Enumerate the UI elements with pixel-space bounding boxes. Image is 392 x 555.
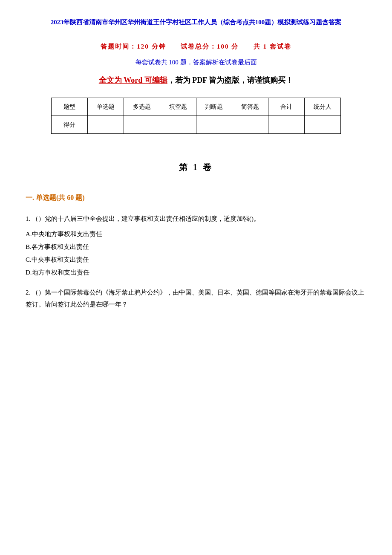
question-2: 2. （）第一个国际禁毒公约《海牙禁止鸦片公约》，由中国、美国、日本、英国、德国… [26,286,366,311]
option-1d: D.地方事权和支出责任 [26,266,366,279]
table-score-row: 得分 [52,116,341,134]
time-label: 答题时间：120 分钟 [101,43,166,50]
score-judge [196,116,232,134]
notice2-part1: 全文为 Word 可编辑 [99,76,167,84]
table-header-row: 题型 单选题 多选题 填空题 判断题 简答题 合计 统分人 [52,98,341,116]
option-1b: B.各方事权和支出责任 [26,240,366,253]
title-section: 2023年陕西省渭南市华州区华州街道王什字村社区工作人员（综合考点共100题）模… [26,17,366,28]
score-table: 题型 单选题 多选题 填空题 判断题 简答题 合计 统分人 得分 [51,98,341,134]
notice1-container: 每套试卷共 100 题，答案解析在试卷最后面 [26,57,366,68]
score-scorer [305,116,341,134]
sets-label: 共 1 套试卷 [254,43,291,50]
col-total: 合计 [268,98,305,116]
notice1-text: 每套试卷共 100 题，答案解析在试卷最后面 [26,57,366,68]
score-single [87,116,124,134]
option-1c: C.中央事权和支出责任 [26,253,366,266]
score-total [268,116,305,134]
col-single: 单选题 [87,98,124,116]
question-1-options: A.中央地方事权和支出责任 B.各方事权和支出责任 C.中央事权和支出责任 D.… [26,228,366,279]
notice2-part2: ，若为 PDF 皆为盗版，请谨慎购买！ [167,76,293,84]
notice2-container: 全文为 Word 可编辑，若为 PDF 皆为盗版，请谨慎购买！ [26,73,366,87]
score-short [232,116,268,134]
col-judge: 判断题 [196,98,232,116]
volume-section: 第 1 卷 [26,159,366,175]
score-label-cell: 得分 [52,116,88,134]
col-short: 简答题 [232,98,268,116]
section1-header: 一. 单选题(共 60 题) [26,192,366,204]
question-1: 1. （）党的十八届三中全会提出，建立事权和支出责任相适应的制度，适度加强()。… [26,213,366,279]
main-title: 2023年陕西省渭南市华州区华州街道王什字村社区工作人员（综合考点共100题）模… [26,17,366,28]
score-table-section: 题型 单选题 多选题 填空题 判断题 简答题 合计 统分人 得分 [51,98,341,134]
option-1a: A.中央地方事权和支出责任 [26,228,366,240]
volume-title: 第 1 卷 [179,162,213,172]
col-multi: 多选题 [124,98,160,116]
col-scorer: 统分人 [305,98,341,116]
score-fill [160,116,196,134]
question-1-text: 1. （）党的十八届三中全会提出，建立事权和支出责任相适应的制度，适度加强()。 [26,213,366,225]
score-multi [124,116,160,134]
col-fill: 填空题 [160,98,196,116]
question-2-text: 2. （）第一个国际禁毒公约《海牙禁止鸦片公约》，由中国、美国、日本、英国、德国… [26,286,366,311]
score-label: 试卷总分：100 分 [181,43,239,50]
meta-info: 答题时间：120 分钟 试卷总分：100 分 共 1 套试卷 [26,41,366,52]
col-type: 题型 [52,98,88,116]
